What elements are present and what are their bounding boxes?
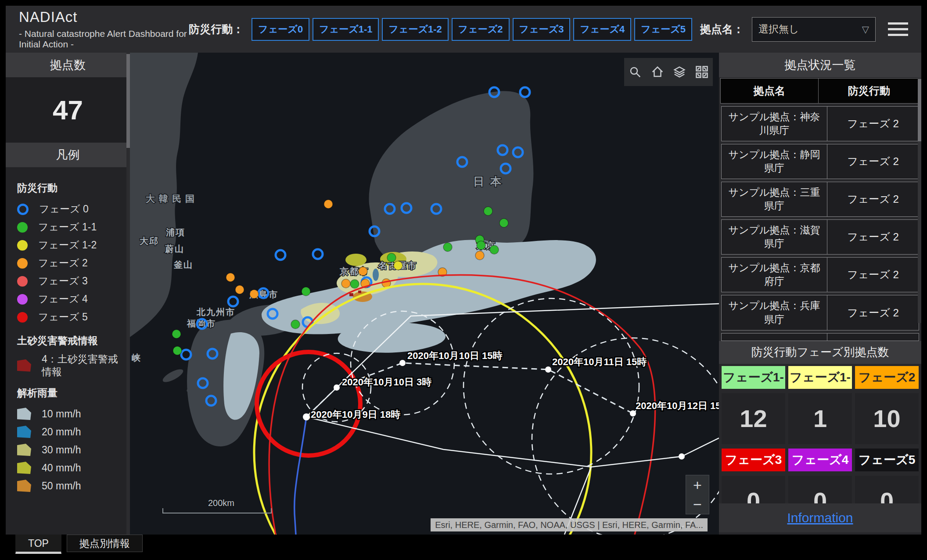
fullscreen-icon[interactable] [694,65,709,79]
brand: NADIAct - Natural catastrophe Alert Dash… [19,9,189,50]
site-name-cell: サンプル拠点：兵庫県庁 [722,295,827,330]
site-marker[interactable] [291,320,300,329]
site-marker[interactable] [443,243,452,251]
map-scale-label: 200km [208,498,234,508]
phase-filter-button[interactable]: フェーズ1-2 [382,18,448,41]
site-marker[interactable] [475,251,484,260]
legend-item-label: 50 mm/h [42,480,81,492]
legend-item: フェーズ 1-2 [17,236,130,254]
site-marker[interactable] [250,290,259,298]
layers-icon[interactable] [672,65,687,79]
map-toolbar [624,58,713,86]
site-marker[interactable] [490,245,499,254]
area-swatch-icon [17,444,31,456]
phase-filter-label: 防災行動： [189,22,244,36]
legend-item-label: フェーズ 4 [38,293,88,305]
typhoon-date-label: 2020年10月10日 15時 [407,350,502,361]
site-marker[interactable] [235,285,244,294]
legend-item: フェーズ 4 [17,290,130,308]
site-marker[interactable] [359,267,367,276]
map-attribution: Esri, HERE, Garmin, FAO, NOAA, USGS | Es… [431,518,708,531]
site-marker[interactable] [350,280,359,288]
table-row[interactable]: サンプル拠点：滋賀県庁フェーズ 2 [721,219,919,255]
site-marker[interactable] [387,253,396,262]
map-canvas[interactable]: 大韓民国日本大邱浦項蔚山釜山広島市北九州市福岡市名古屋市京都市東京峡 2020年… [130,53,719,535]
phase-filter-button[interactable]: フェーズ1-1 [313,18,379,41]
information-band: Information [719,503,921,532]
area-swatch-icon [17,462,31,474]
phase-count-chip: フェーズ3 [722,449,785,471]
site-marker[interactable] [226,273,235,282]
site-marker[interactable] [302,287,310,296]
table-row[interactable]: サンプル拠点：三重県庁フェーズ 2 [721,182,919,217]
site-marker[interactable] [499,219,508,227]
legend-item: フェーズ 0 [17,200,130,218]
phase-ring-icon [17,204,29,215]
site-marker[interactable] [484,207,492,215]
legend-section-title: 解析雨量 [17,386,130,400]
phase-filter-button[interactable]: フェーズ0 [252,18,309,41]
site-count-area: 47 [6,77,130,143]
legend-item-label: 40 mm/h [42,462,81,474]
table-row[interactable]: サンプル拠点：神奈川県庁フェーズ 2 [721,106,919,141]
phase-filter-button[interactable]: フェーズ5 [634,18,692,41]
site-marker[interactable] [172,330,181,338]
legend-body: 防災行動フェーズ 0フェーズ 1-1フェーズ 1-2フェーズ 2フェーズ 3フェ… [6,167,130,495]
table-row[interactable]: サンプル拠点：京都府庁フェーズ 2 [721,257,919,292]
site-marker[interactable] [341,279,350,288]
site-marker[interactable] [477,241,485,250]
map-dosha-warning [349,293,353,296]
site-count-value: 47 [53,94,83,126]
panel-scrollbar-thumb[interactable] [918,79,921,141]
legend-item-label: 10 mm/h [42,408,81,420]
information-link[interactable]: Information [787,510,853,525]
sidebar-scrollbar-thumb[interactable] [126,54,130,148]
phase-filter-button[interactable]: フェーズ3 [513,18,571,41]
zoom-in-button[interactable]: + [686,475,709,495]
site-marker[interactable] [394,261,402,270]
table-row[interactable]: サンプル拠点：静岡県庁フェーズ 2 [721,144,919,179]
phase-count-value: 10 [855,393,919,444]
footer-tab-bar: TOP拠点別情報 [6,535,921,554]
phase-cell: フェーズ 2 [827,220,919,254]
table-row[interactable]: サンプル拠点：兵庫県庁フェーズ 2 [721,295,919,330]
status-panel: 拠点状況一覧 拠点名 防災行動 サンプル拠点：神奈川県庁フェーズ 2サンプル拠点… [719,53,921,535]
phase-dot-icon [17,240,28,251]
legend-sidebar: 拠点数 47 凡例 防災行動フェーズ 0フェーズ 1-1フェーズ 1-2フェーズ… [6,53,130,535]
site-marker[interactable] [173,346,182,355]
legend-item: フェーズ 2 [17,254,130,272]
typhoon-date-label: 2020年10月11日 15時 [552,356,647,367]
typhoon-date-label: 2020年10月12日 15時 [636,400,719,411]
site-name-cell: サンプル拠点：滋賀県庁 [722,220,827,254]
footer-tab-top[interactable]: TOP [15,535,61,554]
phase-filter-button[interactable]: フェーズ2 [452,18,510,41]
zoom-out-button[interactable]: − [686,495,709,514]
phase-filter-button[interactable]: フェーズ4 [573,18,631,41]
site-select[interactable]: 選択無し ▽ [752,17,876,42]
legend-item-label: フェーズ 1-2 [38,239,97,251]
table-row-partial[interactable] [721,333,919,341]
status-table-body: サンプル拠点：神奈川県庁フェーズ 2サンプル拠点：静岡県庁フェーズ 2サンプル拠… [719,106,921,330]
legend-item-label: 30 mm/h [42,444,81,456]
legend-item-label: フェーズ 3 [38,275,88,287]
typhoon-date-label: 2020年10月9日 18時 [311,409,400,420]
map-place-label: 大韓民国 [146,194,198,204]
menu-icon[interactable] [888,22,908,36]
phase-count-chip: フェーズ5 [855,449,919,471]
map-place-label: 峡 [132,353,141,363]
phase-count-value: 1 [788,393,852,444]
sidebar-scrollbar[interactable] [126,53,130,535]
phase-counts-title: 防災行動フェーズ別拠点数 [719,341,921,364]
home-icon[interactable] [650,65,665,79]
site-select-value: 選択無し [758,22,799,36]
map-zoom-control: + − [686,475,709,514]
search-icon[interactable] [628,65,643,79]
map[interactable]: 大韓民国日本大邱浦項蔚山釜山広島市北九州市福岡市名古屋市京都市東京峡 2020年… [130,53,719,535]
footer-tab-site-info[interactable]: 拠点別情報 [67,535,143,552]
site-marker[interactable] [324,200,333,208]
legend-item: 30 mm/h [17,441,130,459]
area-swatch-icon [17,408,31,420]
panel-scrollbar[interactable] [918,77,921,323]
header-actions: 防災行動： フェーズ0フェーズ1-1フェーズ1-2フェーズ2フェーズ3フェーズ4… [189,17,908,42]
legend-item: 40 mm/h [17,459,130,477]
